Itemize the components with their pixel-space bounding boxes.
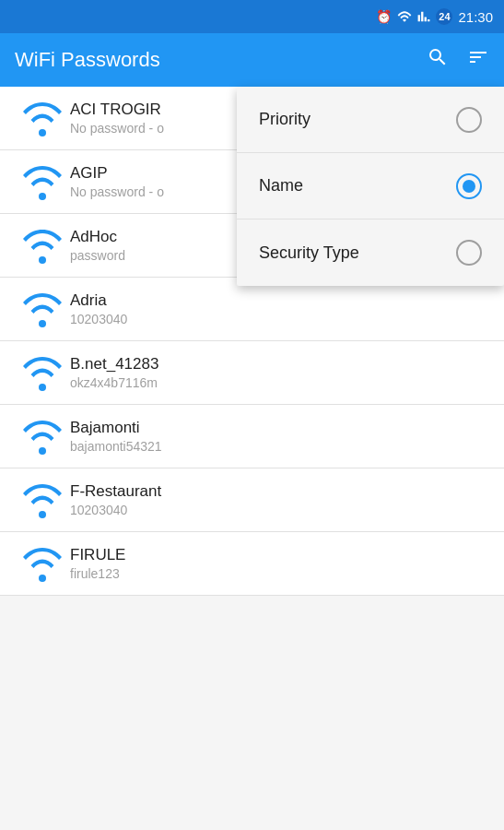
app-title: WiFi Passwords (15, 48, 160, 72)
wifi-info: B.net_41283 okz4x4b7116m (70, 355, 489, 390)
wifi-list-item[interactable]: Bajamonti bajamonti54321 (0, 405, 504, 468)
wifi-name: AGIP (70, 164, 181, 183)
wifi-info: FIRULE firule123 (70, 546, 489, 581)
alarm-icon: ⏰ (376, 9, 392, 24)
wifi-icon (15, 545, 70, 582)
wifi-info: Bajamonti bajamonti54321 (70, 419, 489, 454)
radio-button[interactable] (456, 240, 482, 266)
search-icon[interactable] (427, 46, 449, 74)
status-icons: ⏰ 24 21:30 (376, 8, 493, 25)
wifi-name: F-Restaurant (70, 482, 489, 501)
wifi-name: Bajamonti (70, 419, 489, 437)
top-bar-actions (427, 46, 489, 74)
signal-icon (417, 10, 430, 23)
sort-dropdown: Priority Name Security Type (237, 87, 504, 286)
wifi-list-item[interactable]: F-Restaurant 10203040 (0, 468, 504, 532)
wifi-list-item[interactable]: FIRULE firule123 (0, 532, 504, 596)
wifi-info: Adria 10203040 (70, 291, 489, 326)
top-bar: WiFi Passwords (0, 33, 504, 87)
wifi-icon (15, 481, 70, 518)
notification-badge: 24 (436, 8, 452, 25)
wifi-name: ACI TROGIR (70, 101, 181, 119)
sort-option-label: Priority (259, 110, 311, 129)
wifi-icon (15, 354, 70, 391)
wifi-icon (15, 290, 70, 327)
wifi-password: firule123 (70, 566, 489, 581)
wifi-password: 10203040 (70, 312, 489, 326)
wifi-icon (15, 227, 70, 264)
wifi-status-icon (397, 10, 412, 23)
time-display: 21:30 (458, 9, 493, 25)
wifi-list-item[interactable]: Adria 10203040 (0, 278, 504, 341)
wifi-info: F-Restaurant 10203040 (70, 482, 489, 517)
sort-option-name[interactable]: Name (237, 153, 504, 219)
wifi-name: FIRULE (70, 546, 489, 564)
content-area: ACI TROGIR No password - o AGIP No passw… (0, 87, 504, 596)
radio-inner (463, 180, 475, 193)
wifi-icon (15, 100, 70, 136)
sort-option-priority[interactable]: Priority (237, 87, 504, 153)
wifi-icon (15, 418, 70, 455)
wifi-list-item[interactable]: B.net_41283 okz4x4b7116m (0, 341, 504, 405)
wifi-password: 10203040 (70, 503, 489, 517)
sort-icon[interactable] (467, 46, 489, 74)
wifi-password: bajamonti54321 (70, 439, 489, 454)
wifi-password: okz4x4b7116m (70, 375, 489, 390)
wifi-icon (15, 163, 70, 200)
sort-option-security-type[interactable]: Security Type (237, 219, 504, 286)
radio-button[interactable] (456, 107, 482, 133)
sort-option-label: Name (259, 176, 303, 196)
sort-option-label: Security Type (259, 243, 359, 263)
radio-button[interactable] (456, 173, 482, 199)
status-bar: ⏰ 24 21:30 (0, 0, 504, 33)
wifi-name: B.net_41283 (70, 355, 489, 374)
wifi-name: Adria (70, 291, 489, 310)
